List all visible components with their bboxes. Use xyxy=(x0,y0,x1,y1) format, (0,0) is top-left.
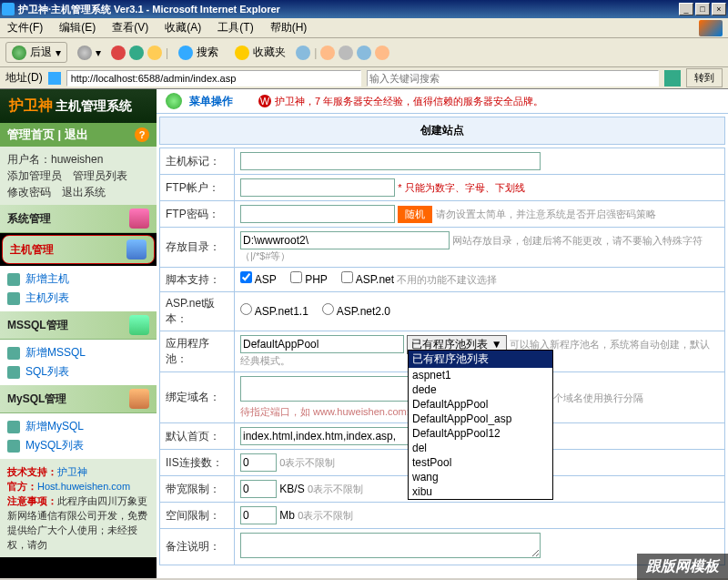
help-icon[interactable]: ? xyxy=(135,127,149,142)
db-icon xyxy=(129,315,149,335)
brand-slogan: W护卫神，7 年服务器安全经验，值得信赖的服务器安全品牌。 xyxy=(258,95,543,108)
menu-edit[interactable]: 编辑(E) xyxy=(59,20,96,36)
app-pool-input[interactable] xyxy=(240,335,404,353)
window-title: 护卫神·主机管理系统 Ver3.1 - Microsoft Internet E… xyxy=(15,3,679,16)
sidebar-item-mysql-list[interactable]: MySQL列表 xyxy=(7,436,149,455)
aspnet20-radio[interactable] xyxy=(322,303,334,315)
list-icon xyxy=(7,366,20,379)
aspnet-checkbox[interactable] xyxy=(341,271,353,283)
ftp-user-input[interactable] xyxy=(240,178,395,197)
discuss-button[interactable] xyxy=(375,46,389,60)
close-button[interactable]: × xyxy=(712,3,726,15)
aspnet11-radio[interactable] xyxy=(240,303,252,315)
menu-tools[interactable]: 工具(T) xyxy=(217,20,253,36)
note-input[interactable] xyxy=(240,533,541,558)
menu-op-label[interactable]: 菜单操作 xyxy=(189,94,233,109)
watermark: 跟版网模板 xyxy=(637,554,728,580)
menu-view[interactable]: 查看(V) xyxy=(112,20,148,36)
label-script: 脚本支持： xyxy=(160,268,235,292)
user-panel: 用户名：huweishen 添加管理员 管理员列表 修改密码 退出系统 xyxy=(0,147,157,205)
label-note: 备注说明： xyxy=(160,529,235,565)
dropdown-option[interactable]: testPool xyxy=(409,455,552,470)
search-go-icon[interactable] xyxy=(664,70,681,86)
sidebar-item-sql-list[interactable]: SQL列表 xyxy=(7,362,149,382)
label-bind: 绑定域名： xyxy=(160,372,235,423)
back-button[interactable]: 后退▾ xyxy=(5,42,67,63)
app-pool-dropdown[interactable]: 已有程序池列表 aspnet1 dede DefaultAppPool Defa… xyxy=(408,350,553,500)
label-iis: IIS连接数： xyxy=(160,450,235,476)
menu-file[interactable]: 文件(F) xyxy=(7,20,43,36)
dropdown-option[interactable]: DefaultAppPool xyxy=(409,397,552,412)
minimize-button[interactable]: _ xyxy=(679,3,693,15)
create-site-form: 主机标记： FTP帐户： * 只能为数字、字母、下划线 FTP密码： 随机 请勿… xyxy=(159,148,725,565)
label-host: 主机标记： xyxy=(160,148,235,175)
cat-mssql[interactable]: MSSQL管理 xyxy=(0,311,157,340)
bandwidth-input[interactable] xyxy=(240,480,277,498)
ie-icon xyxy=(2,3,15,15)
search-button[interactable]: 搜索 xyxy=(172,42,225,63)
sidebar-item-add-mysql[interactable]: 新增MySQL xyxy=(7,417,149,436)
label-dir: 存放目录： xyxy=(160,228,235,268)
menu-op-icon xyxy=(166,93,182,109)
iis-conn-input[interactable] xyxy=(240,453,277,472)
menu-help[interactable]: 帮助(H) xyxy=(270,20,308,36)
label-sp: 空间限制： xyxy=(160,503,235,529)
edit-button[interactable] xyxy=(357,46,371,60)
admin-list-link[interactable]: 管理员列表 xyxy=(73,169,127,182)
add-icon xyxy=(7,421,20,433)
label-aspv: ASP.net版本： xyxy=(160,292,235,331)
page-icon xyxy=(48,72,61,85)
mail-button[interactable] xyxy=(320,46,335,60)
dir-input[interactable] xyxy=(240,231,450,249)
sidebar-item-host-list[interactable]: 主机列表 xyxy=(7,289,149,308)
favorites-button[interactable]: 收藏夹 xyxy=(228,42,292,63)
dropdown-option[interactable]: xibu xyxy=(409,484,552,499)
keyword-search-input[interactable] xyxy=(367,70,659,86)
dropdown-option[interactable]: del xyxy=(409,441,552,455)
address-label: 地址(D) xyxy=(5,70,43,86)
host-input[interactable] xyxy=(240,152,541,170)
dropdown-option[interactable]: 已有程序池列表 xyxy=(409,351,552,368)
stop-button[interactable] xyxy=(111,46,126,60)
space-input[interactable] xyxy=(240,506,277,524)
cat-host[interactable]: 主机管理 xyxy=(2,235,155,264)
php-checkbox[interactable] xyxy=(290,271,302,283)
add-icon xyxy=(7,273,20,286)
search-icon xyxy=(178,46,193,60)
windows-logo-icon xyxy=(699,20,723,36)
maximize-button[interactable]: □ xyxy=(695,3,710,15)
back-icon xyxy=(12,46,26,60)
chevron-down-icon: ▼ xyxy=(491,338,502,351)
asp-checkbox[interactable] xyxy=(240,271,252,283)
sidebar-item-add-mssql[interactable]: 新增MSSQL xyxy=(7,343,149,362)
dropdown-option[interactable]: DefaultAppPool12 xyxy=(409,426,552,441)
print-button[interactable] xyxy=(339,46,353,60)
dropdown-option[interactable]: dede xyxy=(409,382,552,397)
admin-home-link[interactable]: 管理首页 | 退出 xyxy=(7,127,88,143)
refresh-button[interactable] xyxy=(129,46,144,60)
forward-button[interactable]: ▾ xyxy=(71,43,107,63)
star-icon xyxy=(235,46,249,60)
cat-mysql[interactable]: MySQL管理 xyxy=(0,385,157,413)
sidebar-footer: 技术支持：护卫神 官方：Host.huweishen.com 注意事项：此程序由… xyxy=(0,459,157,557)
label-bw: 带宽限制： xyxy=(160,476,235,503)
random-pw-button[interactable]: 随机 xyxy=(398,206,432,223)
add-icon xyxy=(7,347,20,360)
cat-system[interactable]: 系统管理 xyxy=(0,205,157,233)
dropdown-option[interactable]: aspnet1 xyxy=(409,368,552,382)
dropdown-option[interactable]: DefaultAppPool_asp xyxy=(409,412,552,426)
change-pw-link[interactable]: 修改密码 xyxy=(7,186,51,198)
label-idx: 默认首页： xyxy=(160,423,235,450)
go-button[interactable]: 转到 xyxy=(686,68,723,87)
add-admin-link[interactable]: 添加管理员 xyxy=(7,169,62,182)
logout-link[interactable]: 退出系统 xyxy=(62,186,106,198)
dropdown-option[interactable]: wang xyxy=(409,470,552,484)
address-input[interactable] xyxy=(66,70,362,86)
history-button[interactable] xyxy=(296,46,310,60)
sidebar-item-add-host[interactable]: 新增主机 xyxy=(7,270,149,289)
mysql-icon xyxy=(129,389,149,409)
home-button[interactable] xyxy=(147,46,162,60)
ftp-pass-input[interactable] xyxy=(240,205,395,223)
menu-fav[interactable]: 收藏(A) xyxy=(165,20,201,36)
label-ftpu: FTP帐户： xyxy=(160,175,235,201)
